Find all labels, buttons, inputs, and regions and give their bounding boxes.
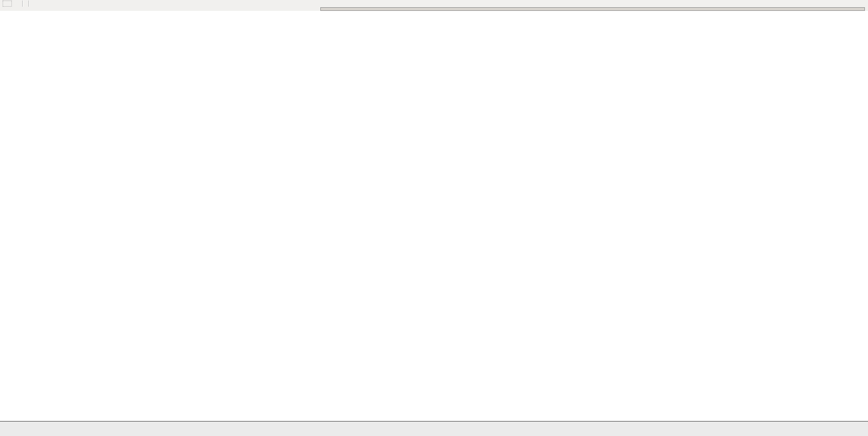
time-axis xyxy=(0,412,868,420)
toolbar-separator xyxy=(22,1,23,7)
text-tool-button[interactable] xyxy=(3,1,12,7)
toolbar xyxy=(0,0,868,7)
toolbar-separator xyxy=(28,1,29,7)
tab-scroll-arrows xyxy=(839,425,864,430)
chart-horizontal-scrollbar[interactable] xyxy=(0,7,868,11)
scrollbar-thumb[interactable] xyxy=(320,7,865,11)
drawing-tool-button[interactable] xyxy=(15,1,20,7)
chart-canvas[interactable] xyxy=(0,0,868,436)
mt4-window xyxy=(0,0,868,436)
symbol-tab-bar xyxy=(0,421,868,436)
symbol-tabs xyxy=(9,422,868,422)
